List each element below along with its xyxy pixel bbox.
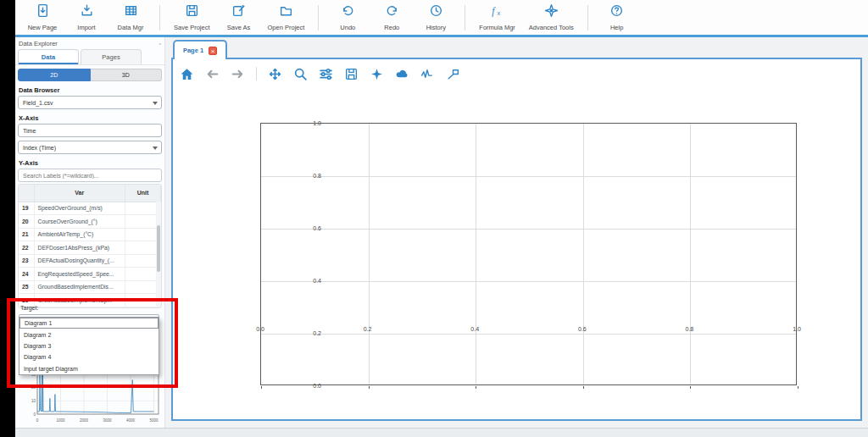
tab-data[interactable]: Data bbox=[18, 49, 79, 64]
status-bar bbox=[15, 428, 868, 437]
tab-pages[interactable]: Pages bbox=[81, 49, 142, 64]
target-option-diagram-4[interactable]: Diagram 4 bbox=[19, 351, 159, 362]
gridline bbox=[369, 124, 370, 384]
target-dropdown-list: Diagram 1Diagram 2Diagram 3Diagram 4Inpu… bbox=[19, 317, 159, 375]
tick-mark bbox=[261, 386, 262, 389]
data-manager-icon bbox=[124, 3, 138, 21]
redo-button[interactable]: Redo bbox=[370, 1, 414, 35]
save-figure-icon[interactable] bbox=[344, 67, 359, 81]
gridline bbox=[261, 334, 796, 335]
tick-mark bbox=[583, 386, 584, 389]
signal-icon[interactable] bbox=[420, 67, 435, 81]
formula-manager-icon: fx bbox=[490, 3, 504, 21]
target-option-diagram-2[interactable]: Diagram 2 bbox=[19, 329, 159, 340]
plot-toolbar bbox=[180, 64, 460, 83]
tick-mark bbox=[476, 386, 476, 389]
gridline bbox=[690, 124, 691, 384]
data-mgr-button[interactable]: Data Mgr bbox=[108, 1, 153, 35]
cell-num: 22 bbox=[19, 241, 34, 255]
help-icon bbox=[609, 3, 624, 21]
dropdown-caret-icon bbox=[153, 102, 158, 105]
cloud-icon[interactable] bbox=[395, 67, 409, 81]
callout-icon[interactable] bbox=[446, 67, 460, 81]
svg-text:0: 0 bbox=[33, 412, 36, 417]
target-option-diagram-3[interactable]: Diagram 3 bbox=[19, 340, 159, 351]
history-button[interactable]: History bbox=[414, 1, 458, 35]
table-row[interactable]: 22DEFDoser1AbsPress_(kPa) bbox=[19, 241, 161, 255]
main-area: Page 1 × 0.00.20.40.60.81.00.00.20.40.60… bbox=[165, 37, 868, 428]
close-icon[interactable]: × bbox=[209, 47, 217, 55]
toolbar-group: New PageImportData Mgr bbox=[20, 0, 153, 35]
scrollbar-thumb[interactable] bbox=[157, 225, 160, 272]
cell-var: AmbientAirTemp_(°C) bbox=[34, 228, 125, 241]
panel-title: Data Explorer bbox=[19, 40, 58, 47]
x-axis-field[interactable]: Time bbox=[18, 124, 162, 137]
tick-mark bbox=[690, 386, 691, 389]
column-header-Unit[interactable]: Unit bbox=[125, 185, 161, 202]
undo-button[interactable]: Undo bbox=[326, 1, 370, 35]
column-header-Var[interactable]: Var bbox=[34, 185, 125, 202]
data-explorer-panel: Data Explorer ▫ DataPages 2D3D Data Brow… bbox=[15, 37, 165, 428]
data-browser-label: Data Browser bbox=[19, 86, 161, 94]
new-page-button[interactable]: New Page bbox=[20, 1, 64, 35]
open-project-button[interactable]: Open Project bbox=[261, 1, 312, 35]
save-as-icon bbox=[231, 3, 246, 21]
table-row[interactable]: 20CourseOverGround_(°) bbox=[19, 215, 161, 229]
cell-num: 20 bbox=[19, 215, 34, 229]
toolbar-button-label: Open Project bbox=[268, 24, 305, 31]
toolbar-button-label: Undo bbox=[340, 24, 355, 31]
plot-toolbar-separator bbox=[256, 67, 257, 80]
toolbar-button-label: New Page bbox=[28, 24, 58, 31]
search-input[interactable] bbox=[23, 173, 157, 179]
table-row[interactable]: 21AmbientAirTemp_(°C) bbox=[19, 228, 161, 241]
gridline bbox=[583, 124, 584, 384]
toggle-3d[interactable]: 3D bbox=[91, 69, 163, 81]
x-axis-value: Time bbox=[23, 128, 36, 134]
help-button[interactable]: Help bbox=[595, 1, 639, 35]
target-option-input-target-diagram[interactable]: Input target Diagram bbox=[19, 363, 159, 374]
forward-arrow-icon[interactable] bbox=[231, 67, 245, 81]
data-browser-select[interactable]: Field_1.csv bbox=[18, 96, 162, 109]
toolbar-button-label: Save As bbox=[227, 24, 251, 31]
gridline bbox=[261, 229, 796, 230]
table-row[interactable]: 25GroundBasedImplementDis... bbox=[19, 280, 161, 294]
table-scrollbar[interactable] bbox=[156, 202, 161, 307]
toolbar-button-label: History bbox=[426, 24, 446, 31]
formula-mgr-button[interactable]: fxFormula Mgr bbox=[472, 1, 522, 35]
pan-icon[interactable] bbox=[268, 67, 282, 81]
svg-text:1000: 1000 bbox=[56, 418, 65, 423]
save-as-button[interactable]: Save As bbox=[217, 1, 261, 35]
target-option-diagram-1[interactable]: Diagram 1 bbox=[19, 318, 159, 329]
import-icon bbox=[80, 3, 94, 21]
plot-area[interactable] bbox=[260, 123, 797, 385]
home-icon[interactable] bbox=[180, 67, 194, 81]
gridline bbox=[476, 124, 476, 384]
dock-icon[interactable]: ▫ bbox=[159, 41, 161, 47]
x-axis-index-select[interactable]: Index (Time) bbox=[18, 141, 162, 154]
workspace: Data Explorer ▫ DataPages 2D3D Data Brow… bbox=[15, 37, 868, 428]
svg-text:20: 20 bbox=[31, 385, 36, 390]
cell-var: GroundBasedImplementDis... bbox=[34, 280, 125, 294]
cell-num: 24 bbox=[19, 268, 34, 281]
table-row[interactable]: 24EngRequestedSpeed_Spee... bbox=[19, 268, 161, 281]
advanced-tools-button[interactable]: Advanced Tools bbox=[522, 1, 581, 35]
toolbar-button-label: Save Project bbox=[174, 24, 210, 31]
table-row[interactable]: 26GroundBasedImplementSp... bbox=[19, 294, 161, 307]
back-arrow-icon[interactable] bbox=[205, 67, 220, 81]
cell-num: 23 bbox=[19, 254, 34, 268]
redo-icon bbox=[385, 3, 399, 21]
save-project-button[interactable]: Save Project bbox=[167, 1, 217, 35]
toggle-2d[interactable]: 2D bbox=[18, 69, 91, 81]
zoom-icon[interactable] bbox=[293, 67, 308, 81]
tab-page-1[interactable]: Page 1 × bbox=[173, 40, 227, 59]
table-row[interactable]: 19SpeedOverGround_(m/s) bbox=[19, 202, 161, 215]
configure-subplots-icon[interactable] bbox=[319, 67, 333, 81]
dropdown-caret-icon bbox=[153, 147, 158, 150]
table-row[interactable]: 23DEFActualDosingQuantity_(... bbox=[19, 254, 161, 268]
toolbar-button-label: Redo bbox=[384, 24, 399, 31]
search-box bbox=[18, 169, 162, 182]
toolbar-button-label: Data Mgr bbox=[118, 24, 144, 31]
import-button[interactable]: Import bbox=[64, 1, 108, 35]
column-header-index[interactable] bbox=[19, 185, 34, 202]
crosshair-icon[interactable] bbox=[370, 67, 384, 81]
